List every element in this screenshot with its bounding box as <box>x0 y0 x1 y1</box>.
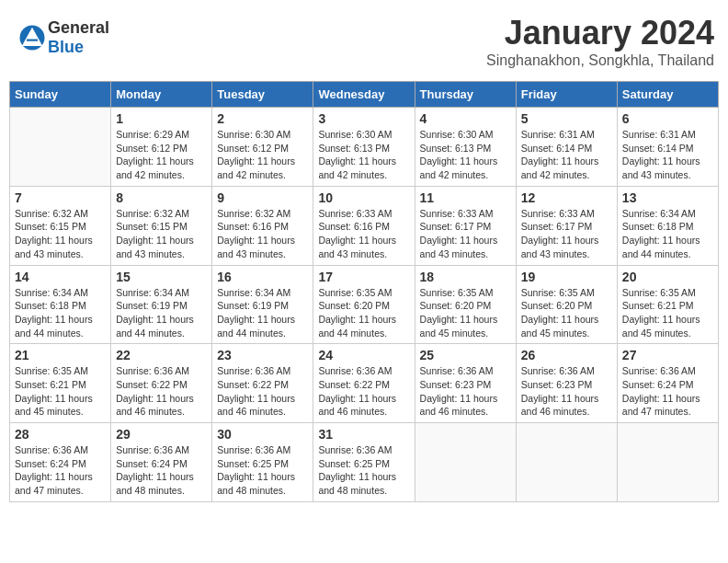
day-number: 12 <box>521 190 612 205</box>
calendar-cell <box>516 423 617 502</box>
day-info: Sunrise: 6:33 AMSunset: 6:16 PMDaylight:… <box>318 207 409 261</box>
day-number: 10 <box>318 190 409 205</box>
day-number: 26 <box>521 348 612 362</box>
day-info: Sunrise: 6:33 AMSunset: 6:17 PMDaylight:… <box>521 207 612 261</box>
day-info: Sunrise: 6:31 AMSunset: 6:14 PMDaylight:… <box>521 128 612 182</box>
day-number: 18 <box>420 270 511 284</box>
calendar-cell: 13Sunrise: 6:34 AMSunset: 6:18 PMDayligh… <box>617 186 718 265</box>
day-info: Sunrise: 6:36 AMSunset: 6:22 PMDaylight:… <box>318 364 409 419</box>
weekday-header-sunday: Sunday <box>10 82 111 108</box>
calendar-cell: 21Sunrise: 6:35 AMSunset: 6:21 PMDayligh… <box>10 344 111 423</box>
day-info: Sunrise: 6:32 AMSunset: 6:16 PMDaylight:… <box>217 207 308 261</box>
day-number: 14 <box>15 270 106 284</box>
day-info: Sunrise: 6:35 AMSunset: 6:21 PMDaylight:… <box>622 286 713 340</box>
day-info: Sunrise: 6:30 AMSunset: 6:13 PMDaylight:… <box>318 128 409 182</box>
day-number: 27 <box>622 348 713 362</box>
day-number: 19 <box>521 270 612 284</box>
day-number: 23 <box>217 348 308 362</box>
calendar-cell: 8Sunrise: 6:32 AMSunset: 6:15 PMDaylight… <box>111 186 212 265</box>
day-info: Sunrise: 6:30 AMSunset: 6:12 PMDaylight:… <box>217 128 308 182</box>
calendar-table: SundayMondayTuesdayWednesdayThursdayFrid… <box>9 81 719 502</box>
calendar-cell: 2Sunrise: 6:30 AMSunset: 6:12 PMDaylight… <box>212 108 313 187</box>
week-row-5: 28Sunrise: 6:36 AMSunset: 6:24 PMDayligh… <box>10 423 719 502</box>
svg-rect-2 <box>27 40 38 41</box>
logo-icon <box>18 24 46 52</box>
calendar-cell: 27Sunrise: 6:36 AMSunset: 6:24 PMDayligh… <box>617 344 718 423</box>
calendar-cell: 29Sunrise: 6:36 AMSunset: 6:24 PMDayligh… <box>111 423 212 502</box>
day-info: Sunrise: 6:29 AMSunset: 6:12 PMDaylight:… <box>116 128 207 182</box>
calendar-cell: 20Sunrise: 6:35 AMSunset: 6:21 PMDayligh… <box>617 265 718 344</box>
day-info: Sunrise: 6:35 AMSunset: 6:21 PMDaylight:… <box>15 364 106 419</box>
page-header: General Blue January 2024 Singhanakhon, … <box>9 9 719 74</box>
calendar-cell: 7Sunrise: 6:32 AMSunset: 6:15 PMDaylight… <box>10 186 111 265</box>
day-info: Sunrise: 6:34 AMSunset: 6:18 PMDaylight:… <box>622 207 713 261</box>
day-number: 20 <box>622 270 713 284</box>
day-number: 3 <box>318 111 409 126</box>
day-number: 8 <box>116 190 207 205</box>
title-block: January 2024 Singhanakhon, Songkhla, Tha… <box>486 14 714 69</box>
day-info: Sunrise: 6:34 AMSunset: 6:19 PMDaylight:… <box>217 286 308 340</box>
weekday-header-saturday: Saturday <box>617 82 718 108</box>
calendar-cell: 3Sunrise: 6:30 AMSunset: 6:13 PMDaylight… <box>313 108 415 187</box>
logo: General Blue <box>18 18 109 57</box>
calendar-cell: 25Sunrise: 6:36 AMSunset: 6:23 PMDayligh… <box>415 344 516 423</box>
calendar-cell: 31Sunrise: 6:36 AMSunset: 6:25 PMDayligh… <box>313 423 415 502</box>
calendar-cell: 9Sunrise: 6:32 AMSunset: 6:16 PMDaylight… <box>212 186 313 265</box>
calendar-cell <box>415 423 516 502</box>
day-number: 6 <box>622 111 713 126</box>
week-row-2: 7Sunrise: 6:32 AMSunset: 6:15 PMDaylight… <box>10 186 719 265</box>
day-number: 31 <box>318 427 409 442</box>
day-number: 30 <box>217 427 308 442</box>
calendar-cell <box>617 423 718 502</box>
day-info: Sunrise: 6:36 AMSunset: 6:22 PMDaylight:… <box>116 364 207 419</box>
day-number: 28 <box>15 427 106 442</box>
day-number: 16 <box>217 270 308 284</box>
location-title: Singhanakhon, Songkhla, Thailand <box>486 52 714 69</box>
day-info: Sunrise: 6:36 AMSunset: 6:25 PMDaylight:… <box>217 443 308 498</box>
week-row-1: 1Sunrise: 6:29 AMSunset: 6:12 PMDaylight… <box>10 108 719 187</box>
day-number: 7 <box>15 190 106 205</box>
week-row-4: 21Sunrise: 6:35 AMSunset: 6:21 PMDayligh… <box>10 344 719 423</box>
day-number: 9 <box>217 190 308 205</box>
day-info: Sunrise: 6:32 AMSunset: 6:15 PMDaylight:… <box>116 207 207 261</box>
calendar-cell: 1Sunrise: 6:29 AMSunset: 6:12 PMDaylight… <box>111 108 212 187</box>
weekday-header-friday: Friday <box>516 82 617 108</box>
calendar-cell: 5Sunrise: 6:31 AMSunset: 6:14 PMDaylight… <box>516 108 617 187</box>
calendar-cell: 6Sunrise: 6:31 AMSunset: 6:14 PMDaylight… <box>617 108 718 187</box>
calendar-cell: 16Sunrise: 6:34 AMSunset: 6:19 PMDayligh… <box>212 265 313 344</box>
calendar-cell: 24Sunrise: 6:36 AMSunset: 6:22 PMDayligh… <box>313 344 415 423</box>
calendar-cell: 22Sunrise: 6:36 AMSunset: 6:22 PMDayligh… <box>111 344 212 423</box>
weekday-header-wednesday: Wednesday <box>313 82 415 108</box>
week-row-3: 14Sunrise: 6:34 AMSunset: 6:18 PMDayligh… <box>10 265 719 344</box>
day-info: Sunrise: 6:36 AMSunset: 6:23 PMDaylight:… <box>420 364 511 419</box>
calendar-cell: 4Sunrise: 6:30 AMSunset: 6:13 PMDaylight… <box>415 108 516 187</box>
day-info: Sunrise: 6:34 AMSunset: 6:19 PMDaylight:… <box>116 286 207 340</box>
calendar-cell: 26Sunrise: 6:36 AMSunset: 6:23 PMDayligh… <box>516 344 617 423</box>
day-info: Sunrise: 6:31 AMSunset: 6:14 PMDaylight:… <box>622 128 713 182</box>
calendar-cell: 11Sunrise: 6:33 AMSunset: 6:17 PMDayligh… <box>415 186 516 265</box>
calendar-cell: 15Sunrise: 6:34 AMSunset: 6:19 PMDayligh… <box>111 265 212 344</box>
day-info: Sunrise: 6:32 AMSunset: 6:15 PMDaylight:… <box>15 207 106 261</box>
day-number: 15 <box>116 270 207 284</box>
logo-blue-text: Blue <box>48 38 84 56</box>
calendar-cell: 28Sunrise: 6:36 AMSunset: 6:24 PMDayligh… <box>10 423 111 502</box>
calendar-cell: 30Sunrise: 6:36 AMSunset: 6:25 PMDayligh… <box>212 423 313 502</box>
day-info: Sunrise: 6:36 AMSunset: 6:24 PMDaylight:… <box>15 443 106 498</box>
day-info: Sunrise: 6:34 AMSunset: 6:18 PMDaylight:… <box>15 286 106 340</box>
day-info: Sunrise: 6:35 AMSunset: 6:20 PMDaylight:… <box>420 286 511 340</box>
logo-general-text: General <box>48 18 109 37</box>
day-info: Sunrise: 6:35 AMSunset: 6:20 PMDaylight:… <box>318 286 409 340</box>
day-number: 22 <box>116 348 207 362</box>
calendar-cell: 19Sunrise: 6:35 AMSunset: 6:20 PMDayligh… <box>516 265 617 344</box>
day-info: Sunrise: 6:35 AMSunset: 6:20 PMDaylight:… <box>521 286 612 340</box>
day-number: 5 <box>521 111 612 126</box>
weekday-header-thursday: Thursday <box>415 82 516 108</box>
calendar-cell: 10Sunrise: 6:33 AMSunset: 6:16 PMDayligh… <box>313 186 415 265</box>
day-number: 24 <box>318 348 409 362</box>
day-info: Sunrise: 6:36 AMSunset: 6:25 PMDaylight:… <box>318 443 409 498</box>
day-info: Sunrise: 6:36 AMSunset: 6:24 PMDaylight:… <box>116 443 207 498</box>
day-info: Sunrise: 6:30 AMSunset: 6:13 PMDaylight:… <box>420 128 511 182</box>
month-title: January 2024 <box>486 14 714 52</box>
day-info: Sunrise: 6:33 AMSunset: 6:17 PMDaylight:… <box>420 207 511 261</box>
day-info: Sunrise: 6:36 AMSunset: 6:24 PMDaylight:… <box>622 364 713 419</box>
